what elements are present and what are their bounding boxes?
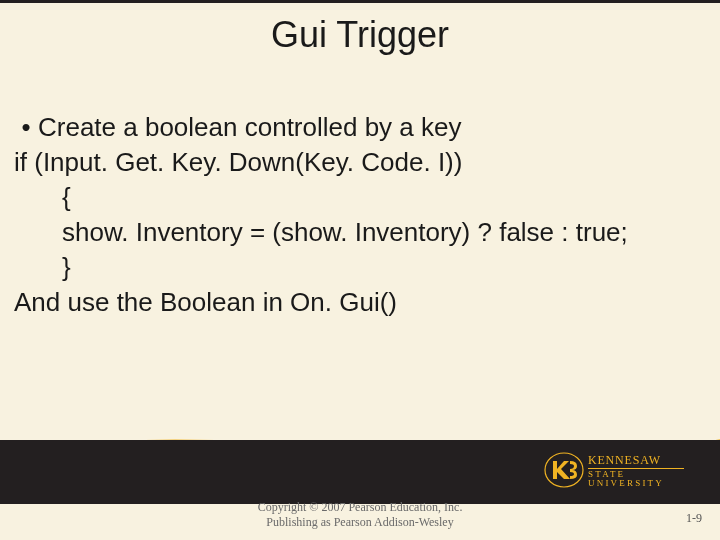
code-line-5: And use the Boolean in On. Gui() xyxy=(14,285,706,320)
slide-title: Gui Trigger xyxy=(0,0,720,56)
ksu-crest-icon xyxy=(544,452,584,488)
page-number: 1-9 xyxy=(686,511,702,526)
ksu-logo-text: KENNESAW STATE UNIVERSITY xyxy=(588,454,694,488)
svg-point-0 xyxy=(545,453,583,487)
code-line-1: if (Input. Get. Key. Down(Key. Code. I)) xyxy=(14,145,706,180)
top-border xyxy=(0,0,720,3)
bullet-dot-icon: • xyxy=(14,110,38,145)
ksu-sub: STATE UNIVERSITY xyxy=(588,470,694,488)
bullet-text: Create a boolean controlled by a key xyxy=(38,110,462,145)
copyright-line-2: Publishing as Pearson Addison-Wesley xyxy=(0,515,720,530)
ksu-logo: KENNESAW STATE UNIVERSITY xyxy=(544,448,694,492)
copyright-line-1: Copyright © 2007 Pearson Education, Inc. xyxy=(0,500,720,515)
code-line-4: } xyxy=(14,250,706,285)
slide-content: • Create a boolean controlled by a key i… xyxy=(14,110,706,321)
code-line-2: { xyxy=(14,180,706,215)
code-line-3: show. Inventory = (show. Inventory) ? fa… xyxy=(14,215,706,250)
ksu-name: KENNESAW xyxy=(588,454,694,466)
bullet-item: • Create a boolean controlled by a key xyxy=(14,110,706,145)
copyright-block: Copyright © 2007 Pearson Education, Inc.… xyxy=(0,500,720,530)
